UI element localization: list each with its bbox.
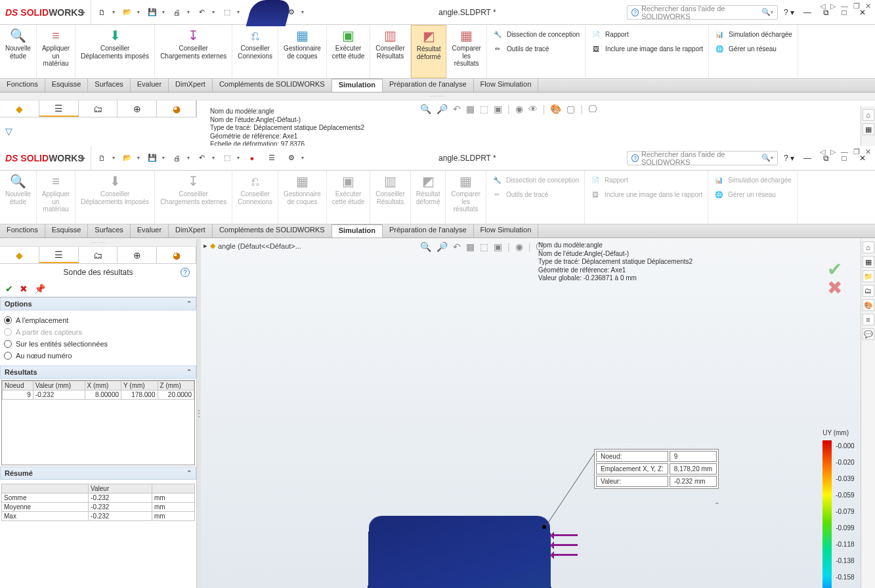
ribbon-conseiller-connexions[interactable]: ⎌ConseillerConnexions — [232, 25, 278, 78]
subwin-prev-icon[interactable]: ◁ — [820, 2, 825, 10]
section-view-icon[interactable]: ▦ — [466, 242, 475, 252]
logo-menu-chevron-icon[interactable]: ▶ — [81, 155, 85, 161]
render-icon[interactable]: ▢ — [566, 104, 575, 114]
tab-flow[interactable]: Flow Simulation — [474, 224, 539, 238]
help-menu-icon[interactable]: ? ▾ — [782, 5, 796, 20]
mgr-tab-dim-icon[interactable]: ⊕ — [117, 100, 157, 117]
ribbon-conseiller-resultats[interactable]: ▥ConseillerRésultats — [370, 171, 410, 224]
open-file-icon[interactable]: 📂 — [120, 151, 135, 165]
hide-show-icon[interactable]: ◉ — [515, 242, 523, 252]
ribbon-appliquer-materiau[interactable]: ≡Appliquerunmatériau — [37, 171, 75, 224]
ribbon-resultat-deforme[interactable]: ◩Résultatdéformé — [411, 25, 447, 78]
taskpane-file-explorer-icon[interactable]: 📁 — [863, 270, 874, 282]
settings-gear-icon[interactable]: ⚙ — [284, 151, 299, 165]
appearance-icon[interactable]: 🎨 — [550, 104, 561, 114]
ribbon-conseiller-resultats[interactable]: ▥ConseillerRésultats — [370, 25, 410, 78]
filter-funnel-icon[interactable]: ▽ — [5, 126, 12, 136]
ribbon-conseiller-connexions[interactable]: ⎌ConseillerConnexions — [232, 171, 278, 224]
zoom-area-icon[interactable]: 🔎 — [437, 104, 448, 114]
subwin-restore-icon[interactable]: ❐ — [853, 148, 860, 156]
option-at-node[interactable]: Au nœud numéro — [4, 350, 192, 362]
options-section-header[interactable]: Options⌃ — [0, 297, 196, 310]
tab-esquisse[interactable]: Esquisse — [45, 79, 89, 92]
ribbon-conseiller-deplacements[interactable]: ⬇ConseillerDéplacements imposés — [75, 171, 155, 224]
open-file-icon[interactable]: 📂 — [120, 5, 135, 20]
tab-complements[interactable]: Compléments de SOLIDWORKS — [213, 224, 332, 238]
ribbon-nouvelle-etude[interactable]: 🔍Nouvelleétude — [0, 171, 37, 224]
sidebar-splitter[interactable] — [197, 239, 201, 588]
zoom-area-icon[interactable]: 🔎 — [437, 242, 448, 252]
hide-show-icon[interactable]: ◉ — [515, 104, 523, 114]
search-icon[interactable]: 🔍 — [761, 154, 771, 162]
resume-section-header[interactable]: Résumé⌃ — [0, 467, 196, 480]
mgr-tab-property-icon[interactable]: ☰ — [39, 100, 79, 117]
mgr-tab-config-icon[interactable]: 🗂 — [79, 247, 118, 263]
help-menu-icon[interactable]: ? ▾ — [782, 151, 796, 165]
minimize-icon[interactable]: — — [800, 5, 815, 20]
ribbon-inclure-image[interactable]: 🖼Inclure une image dans le rapport — [591, 42, 703, 56]
color-legend[interactable]: UY (mm) -0.000 -0.020 -0.039 -0.059 -0.0… — [822, 429, 849, 588]
view-settings-icon[interactable]: 🖵 — [588, 104, 597, 114]
prev-view-icon[interactable]: ↶ — [453, 104, 461, 114]
tab-esquisse[interactable]: Esquisse — [45, 224, 89, 238]
taskpane-custom-props-icon[interactable]: ≡ — [863, 314, 874, 326]
ribbon-outils-trace[interactable]: ✏Outils de tracé — [492, 42, 549, 56]
ribbon-executer-etude[interactable]: ▣Exécutercette étude — [327, 25, 370, 78]
ribbon-nouvelle-etude[interactable]: 🔍Nouvelleétude — [0, 25, 37, 78]
results-section-header[interactable]: Résultats⌃ — [0, 366, 196, 379]
option-on-entities[interactable]: Sur les entités sélectionnées — [4, 338, 192, 350]
select-icon[interactable]: ⬚ — [220, 151, 234, 165]
undo-icon[interactable]: ↶ — [195, 151, 209, 165]
ribbon-gerer-reseau[interactable]: 🌐Gérer un réseau — [714, 42, 777, 56]
save-icon[interactable]: 💾 — [145, 151, 160, 165]
mgr-tab-feature-icon[interactable]: ◆ — [0, 247, 39, 263]
mgr-tab-dim-icon[interactable]: ⊕ — [117, 247, 157, 263]
results-table[interactable]: NoeudValeur (mm)X (mm)Y (mm)Z (mm) 9 -0.… — [2, 381, 194, 400]
mgr-tab-display-icon[interactable]: ◕ — [157, 100, 196, 117]
section-view-icon[interactable]: ▦ — [466, 104, 475, 114]
save-icon[interactable]: 💾 — [145, 5, 160, 20]
print-icon[interactable]: 🖨 — [170, 151, 184, 165]
ribbon-resultat-deforme[interactable]: ◩Résultatdéformé — [411, 171, 446, 224]
mgr-tab-property-icon[interactable]: ☰ — [39, 247, 79, 263]
taskpane-view-palette-icon[interactable]: 🗂 — [863, 285, 874, 297]
accept-button-icon[interactable]: ✔ — [5, 284, 13, 294]
ribbon-dissection[interactable]: 🔧Dissection de conception — [492, 28, 580, 42]
tab-complements[interactable]: Compléments de SOLIDWORKS — [213, 79, 332, 92]
zoom-fit-icon[interactable]: 🔍 — [420, 242, 431, 252]
tab-dimxpert[interactable]: DimXpert — [169, 224, 213, 238]
panel-grip[interactable]: ⋯⋯ — [0, 93, 875, 100]
undo-icon[interactable]: ↶ — [195, 5, 209, 20]
rebuild-icon[interactable]: ● — [245, 151, 259, 165]
ribbon-executer-etude[interactable]: ▣Exécutercette étude — [327, 171, 370, 224]
callout-collapse-icon[interactable]: ⌃ — [714, 501, 719, 509]
ribbon-gestionnaire-coques[interactable]: ▦Gestionnairede coques — [278, 25, 327, 78]
new-file-icon[interactable]: 🗋 — [95, 5, 110, 20]
ribbon-gestionnaire-coques[interactable]: ▦Gestionnairede coques — [278, 171, 327, 224]
subwin-next-icon[interactable]: ▷ — [830, 148, 836, 156]
ribbon-comparer-resultats[interactable]: ▦Comparerlesrésultats — [446, 25, 486, 78]
options-list-icon[interactable]: ☰ — [265, 151, 279, 165]
ribbon-simulation-dechargee[interactable]: 📊Simulation déchargée — [714, 28, 792, 42]
print-icon[interactable]: 🖨 — [170, 5, 184, 20]
scene-icon[interactable]: 👁 — [528, 104, 538, 114]
ribbon-conseiller-deplacements[interactable]: ⬇ConseillerDéplacements imposés — [75, 25, 155, 78]
tab-preparation[interactable]: Préparation de l'analyse — [383, 224, 474, 238]
subwin-next-icon[interactable]: ▷ — [830, 2, 836, 10]
ribbon-appliquer-materiau[interactable]: ≡Appliquerunmatériau — [37, 25, 75, 78]
tab-fonctions[interactable]: Fonctions — [0, 79, 45, 92]
panel-help-icon[interactable]: ? — [181, 268, 190, 277]
taskpane-forum-icon[interactable]: 💬 — [863, 328, 874, 340]
taskpane-appearances-icon[interactable]: 🎨 — [863, 299, 874, 311]
feature-breadcrumb[interactable]: ▸ ◆ angle (Défaut<<Défaut>... — [203, 242, 301, 250]
mgr-tab-feature-icon[interactable]: ◆ — [0, 100, 39, 117]
simulation-result-body[interactable] — [366, 516, 553, 588]
mgr-tab-config-icon[interactable]: 🗂 — [79, 100, 118, 117]
graphics-viewport[interactable]: ▸ ◆ angle (Défaut<<Défaut>... 🔍 🔎 ↶ ▦ ⬚ … — [197, 239, 875, 588]
display-style-icon[interactable]: ▣ — [494, 242, 502, 252]
panel-grip[interactable]: ⋯⋯ — [0, 239, 196, 247]
minimize-icon[interactable]: — — [800, 151, 815, 165]
subwin-close-icon[interactable]: ✕ — [865, 2, 871, 10]
view-orient-icon[interactable]: ⬚ — [480, 242, 488, 252]
new-file-icon[interactable]: 🗋 — [95, 151, 110, 165]
